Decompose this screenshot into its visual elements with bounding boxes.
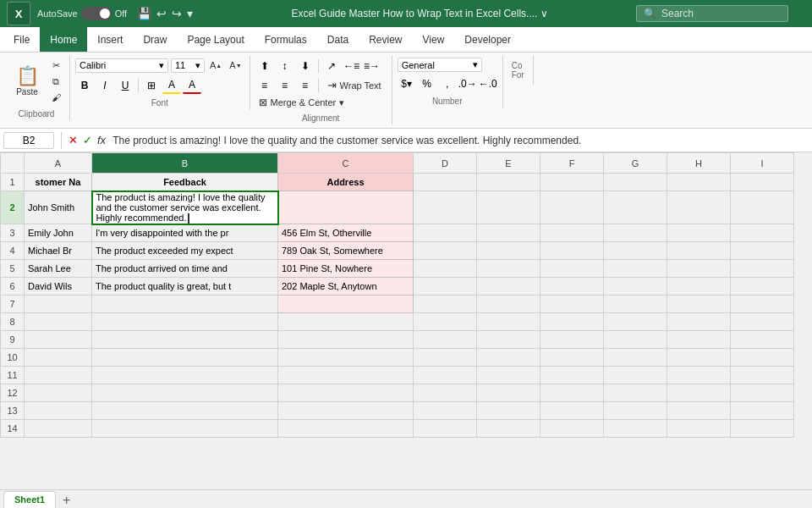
number-format-selector[interactable]: General ▾ xyxy=(398,58,482,72)
increase-font-button[interactable]: A▲ xyxy=(207,58,224,73)
col-header-d[interactable]: D xyxy=(414,153,477,174)
menu-insert[interactable]: Insert xyxy=(87,27,133,52)
font-size-selector[interactable]: 11 ▾ xyxy=(171,58,205,73)
cell-d2[interactable] xyxy=(414,191,477,224)
menu-formulas[interactable]: Formulas xyxy=(255,27,317,52)
col-header-e[interactable]: E xyxy=(477,153,540,174)
percent-button[interactable]: % xyxy=(418,75,436,92)
table-wrapper[interactable]: A B C D E F G H I 1 stomer Na xyxy=(0,152,812,489)
decimal-increase-button[interactable]: .0→ xyxy=(458,75,477,92)
cell-d1[interactable] xyxy=(414,174,477,191)
col-header-g[interactable]: G xyxy=(604,153,667,174)
redo-icon[interactable]: ↪ xyxy=(172,7,182,20)
autosave-toggle[interactable] xyxy=(81,7,112,20)
cell-d5[interactable] xyxy=(414,260,477,278)
cell-c4[interactable]: 789 Oak St, Somewhere xyxy=(278,242,414,260)
font-name-selector[interactable]: Calibri ▾ xyxy=(75,58,168,73)
cell-h5[interactable] xyxy=(667,260,731,278)
align-center-button[interactable]: ≡ xyxy=(276,77,294,94)
cell-e5[interactable] xyxy=(477,260,540,278)
menu-view[interactable]: View xyxy=(413,27,455,52)
cell-f4[interactable] xyxy=(540,242,604,260)
cut-button[interactable]: ✂ xyxy=(47,58,64,73)
cell-f2[interactable] xyxy=(540,191,604,224)
cell-i2[interactable] xyxy=(731,191,794,224)
formula-confirm-icon[interactable]: ✓ xyxy=(83,134,92,146)
cell-b1[interactable]: Feedback xyxy=(92,174,278,191)
indent-increase-button[interactable]: ≡→ xyxy=(363,58,381,75)
cell-g1[interactable] xyxy=(604,174,667,191)
cell-e3[interactable] xyxy=(477,224,540,242)
underline-button[interactable]: U xyxy=(116,77,134,94)
cell-a3[interactable]: Emily John xyxy=(25,224,92,242)
save-icon[interactable]: 💾 xyxy=(137,7,151,20)
italic-button[interactable]: I xyxy=(96,77,114,94)
sheet-tab-sheet1[interactable]: Sheet1 xyxy=(3,491,56,508)
cell-e2[interactable] xyxy=(477,191,540,224)
cell-i4[interactable] xyxy=(731,242,794,260)
cell-f1[interactable] xyxy=(540,174,604,191)
col-header-a[interactable]: A xyxy=(25,153,92,174)
cell-h2[interactable] xyxy=(667,191,731,224)
wrap-text-button[interactable]: ⇥ Wrap Text xyxy=(322,76,387,94)
decrease-font-button[interactable]: A▼ xyxy=(227,58,244,73)
menu-file[interactable]: File xyxy=(3,27,40,52)
cell-f3[interactable] xyxy=(540,224,604,242)
font-color-button[interactable]: A xyxy=(183,77,201,94)
align-right-button[interactable]: ≡ xyxy=(296,77,315,94)
cell-f6[interactable] xyxy=(540,278,604,295)
align-bottom-button[interactable]: ⬇ xyxy=(296,58,315,75)
formula-fx-icon[interactable]: fx xyxy=(97,134,106,146)
currency-button[interactable]: $▾ xyxy=(398,75,416,92)
cell-a5[interactable]: Sarah Lee xyxy=(25,260,92,278)
comma-button[interactable]: , xyxy=(438,75,457,92)
menu-review[interactable]: Review xyxy=(359,27,412,52)
cell-a1[interactable]: stomer Na xyxy=(25,174,92,191)
cell-b5[interactable]: The product arrived on time and xyxy=(92,260,278,278)
align-left-button[interactable]: ≡ xyxy=(255,77,274,94)
cell-h3[interactable] xyxy=(667,224,731,242)
paste-button[interactable]: 📋 Paste xyxy=(8,65,46,98)
format-painter-button[interactable]: 🖌 xyxy=(47,90,64,105)
cell-b3[interactable]: I'm very disappointed with the pr xyxy=(92,224,278,242)
col-header-i[interactable]: I xyxy=(731,153,794,174)
menu-draw[interactable]: Draw xyxy=(133,27,177,52)
cell-i3[interactable] xyxy=(731,224,794,242)
cell-g6[interactable] xyxy=(604,278,667,295)
border-button[interactable]: ⊞ xyxy=(142,77,161,94)
decimal-decrease-button[interactable]: ←.0 xyxy=(479,75,497,92)
merge-center-button[interactable]: ⊠ Merge & Center ▾ xyxy=(255,96,348,109)
add-sheet-button[interactable]: + xyxy=(58,493,75,508)
cell-a7[interactable] xyxy=(25,295,92,313)
cell-reference-box[interactable] xyxy=(3,132,54,149)
cell-c1[interactable]: Address xyxy=(278,174,414,191)
cell-d4[interactable] xyxy=(414,242,477,260)
cell-a6[interactable]: David Wils xyxy=(25,278,92,295)
menu-page-layout[interactable]: Page Layout xyxy=(177,27,254,52)
undo-icon[interactable]: ↩ xyxy=(156,7,167,20)
cell-d6[interactable] xyxy=(414,278,477,295)
col-header-h[interactable]: H xyxy=(667,153,731,174)
indent-decrease-button[interactable]: ←≡ xyxy=(343,58,361,75)
copy-button[interactable]: ⧉ xyxy=(47,74,64,89)
menu-home[interactable]: Home xyxy=(40,27,87,52)
cell-f5[interactable] xyxy=(540,260,604,278)
cell-i1[interactable] xyxy=(731,174,794,191)
cell-e6[interactable] xyxy=(477,278,540,295)
col-header-b[interactable]: B xyxy=(92,153,278,174)
cell-c6[interactable]: 202 Maple St, Anytown xyxy=(278,278,414,295)
col-header-c[interactable]: C xyxy=(278,153,414,174)
cell-h4[interactable] xyxy=(667,242,731,260)
cell-g3[interactable] xyxy=(604,224,667,242)
bold-button[interactable]: B xyxy=(75,77,94,94)
formula-cancel-icon[interactable]: ✕ xyxy=(69,134,78,146)
cell-b2[interactable]: The product is amazing! I love the quali… xyxy=(92,191,278,224)
align-top-button[interactable]: ⬆ xyxy=(255,58,274,75)
search-box[interactable]: 🔍 Search xyxy=(636,5,788,22)
cell-i5[interactable] xyxy=(731,260,794,278)
cell-e1[interactable] xyxy=(477,174,540,191)
menu-developer[interactable]: Developer xyxy=(454,27,521,52)
cell-c5[interactable]: 101 Pine St, Nowhere xyxy=(278,260,414,278)
cell-c2[interactable] xyxy=(278,191,414,224)
cell-c3[interactable]: 456 Elm St, Otherville xyxy=(278,224,414,242)
